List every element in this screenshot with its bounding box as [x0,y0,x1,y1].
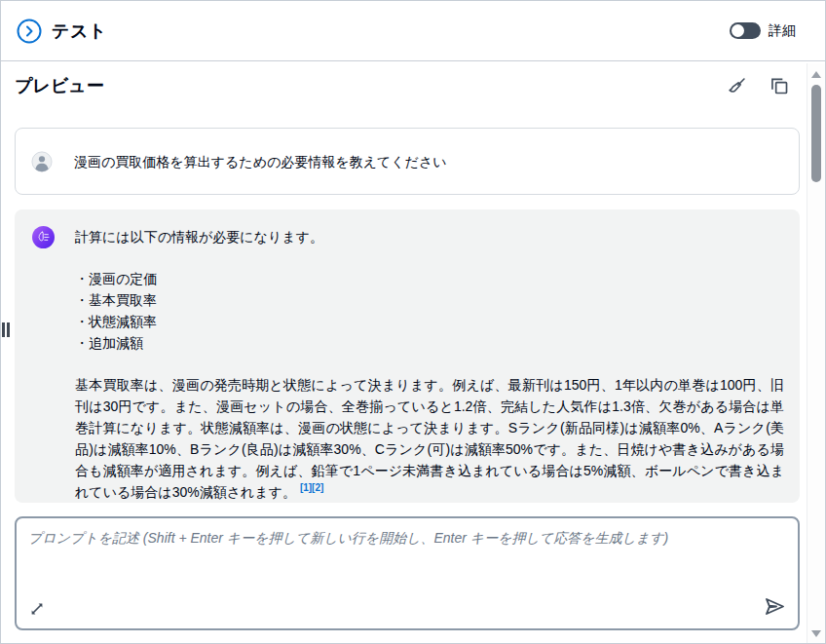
bullet-label: 追加減額 [89,332,143,354]
vertical-scrollbar[interactable] [807,63,825,643]
toggle-knob [732,24,744,37]
broom-icon [727,76,747,96]
assistant-paragraph: 基本買取率は、漫画の発売時期と状態によって決まります。例えば、最新刊は150円、… [75,374,784,503]
copy-button[interactable] [769,75,790,96]
bullet-marker: ・ [75,268,89,289]
assistant-paragraph-text: 基本買取率は、漫画の発売時期と状態によって決まります。例えば、最新刊は150円、… [75,377,784,500]
panel-header: テスト 詳細 [1,1,825,61]
scroll-up-icon[interactable] [811,71,821,78]
clear-conversation-button[interactable] [726,75,747,96]
user-message-text: 漫画の買取価格を算出するための必要情報を教えてください [74,152,447,171]
prompt-input[interactable] [22,524,792,588]
chevron-right-circle-icon[interactable] [17,19,42,44]
test-panel: テスト 詳細 プレビュー [0,0,826,644]
copy-icon [770,76,789,95]
bullet-label: 漫画の定価 [89,268,157,289]
preview-header: プレビュー [15,73,790,98]
bedrock-model-icon [32,226,55,248]
preview-actions [726,75,790,96]
send-button[interactable] [763,595,786,619]
assistant-message-card: 計算には以下の情報が必要になります。 ・ 漫画の定価 ・ 基本買取率 ・ 状態減… [15,209,800,503]
prompt-input-container [15,516,800,630]
send-icon [763,595,786,619]
expand-input-button[interactable] [28,601,46,619]
user-avatar-icon [31,151,53,172]
preview-title: プレビュー [15,74,104,97]
assistant-message-body: 計算には以下の情報が必要になります。 ・ 漫画の定価 ・ 基本買取率 ・ 状態減… [75,226,784,503]
list-item: ・ 状態減額率 [75,311,784,332]
bullet-marker: ・ [75,289,89,311]
handle-bar [2,322,5,337]
expand-diagonal-icon [29,601,45,617]
citation-link-2[interactable]: [2] [312,482,323,493]
panel-resize-handle[interactable] [2,321,11,338]
bullet-marker: ・ [75,332,89,354]
bullet-marker: ・ [75,311,89,332]
scroll-down-icon[interactable] [811,630,821,637]
list-item: ・ 漫画の定価 [75,268,784,289]
citation-link-1[interactable]: [1] [300,482,312,493]
bullet-label: 状態減額率 [89,311,157,332]
scrollbar-thumb[interactable] [811,85,821,182]
bullet-label: 基本買取率 [89,289,157,311]
assistant-intro-text: 計算には以下の情報が必要になります。 [75,226,784,247]
list-item: ・ 基本買取率 [75,289,784,311]
list-item: ・ 追加減額 [75,332,784,354]
page-title: テスト [52,19,107,43]
header-actions: 詳細 [730,22,796,40]
detail-toggle-label: 詳細 [769,22,796,40]
user-message-card: 漫画の買取価格を算出するための必要情報を教えてください [15,128,800,195]
detail-toggle[interactable] [730,22,761,39]
handle-bar [7,322,10,337]
